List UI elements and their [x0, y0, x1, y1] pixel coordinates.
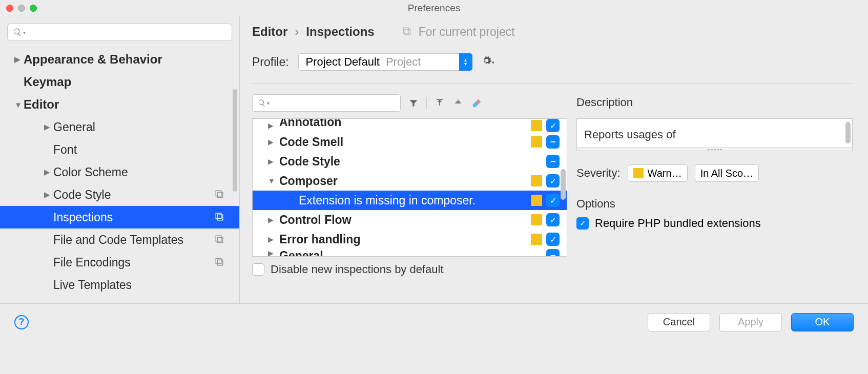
inspection-label: Code Smell [279, 135, 531, 149]
severity-scope-value: In All Sco… [700, 168, 753, 179]
profile-value: Project Default [306, 55, 380, 69]
sidebar-item-keymap[interactable]: Keymap [0, 71, 239, 93]
cancel-button[interactable]: Cancel [648, 313, 710, 331]
window-title: Preferences [408, 3, 460, 14]
sidebar-item-general[interactable]: ▶General [0, 116, 239, 138]
svg-rect-1 [217, 192, 223, 198]
profile-label: Profile: [252, 55, 289, 69]
sidebar-item-label: File Encodings [53, 256, 131, 269]
filter-icon[interactable] [408, 97, 419, 109]
inspection-item[interactable]: Extension is missing in composer.✓ [253, 191, 567, 210]
sidebar-item-font[interactable]: Font [0, 138, 239, 161]
severity-value: Warn… [648, 168, 682, 179]
sidebar-item-label: General [53, 120, 95, 134]
ok-button[interactable]: OK [791, 313, 854, 331]
inspection-item[interactable]: ▶Error handling✓ [253, 230, 567, 249]
sidebar-scrollbar[interactable] [233, 89, 237, 192]
profile-select[interactable]: Project Default Project [298, 53, 472, 71]
sidebar-item-editor[interactable]: ▼Editor [0, 93, 239, 116]
gear-icon[interactable]: ▾ [482, 55, 498, 69]
inspection-list: ▶Annotation✓▶Code Smell−▶Code Style−▼Com… [252, 118, 567, 257]
search-dropdown-icon: ▾ [267, 100, 270, 106]
sidebar-item-label: Live Templates [53, 278, 132, 292]
sidebar-item-file-encodings[interactable]: File Encodings [0, 251, 239, 274]
minimize-window-button[interactable] [18, 5, 25, 12]
collapse-all-icon[interactable] [452, 97, 464, 109]
inspection-checkbox[interactable]: − [546, 155, 560, 168]
require-php-checkbox[interactable]: ✓ [576, 217, 589, 230]
inspection-label: Annotation [279, 118, 531, 129]
profile-dropdown-button[interactable] [459, 53, 472, 71]
expand-all-icon[interactable] [434, 97, 445, 109]
sidebar-item-label: Code Style [53, 188, 111, 202]
inspection-item[interactable]: ▼Composer✓ [253, 171, 567, 191]
search-dropdown-icon: ▾ [23, 30, 26, 35]
sidebar-item-label: Font [53, 143, 77, 157]
eraser-icon[interactable] [471, 97, 482, 109]
profile-tag: Project [386, 55, 421, 69]
sidebar-item-file-and-code-templates[interactable]: File and Code Templates [0, 228, 239, 251]
help-button[interactable]: ? [14, 315, 29, 329]
sidebar-item-label: Keymap [24, 75, 71, 89]
sidebar-item-live-templates[interactable]: Live Templates [0, 274, 239, 296]
inspection-item[interactable]: ▶General− [253, 249, 567, 257]
project-scope-icon [215, 211, 224, 224]
chevron-right-icon: ▶ [44, 168, 53, 177]
project-scope-icon [215, 256, 224, 269]
apply-button[interactable]: Apply [719, 313, 782, 331]
inspection-search-input[interactable]: ▾ [252, 94, 401, 112]
svg-rect-7 [217, 260, 223, 265]
inspection-checkbox[interactable]: − [546, 135, 560, 149]
sidebar-search-input[interactable]: ▾ [7, 24, 232, 41]
chevron-down-icon: ▼ [268, 177, 279, 185]
sidebar-item-inspections[interactable]: Inspections [0, 206, 239, 228]
inspection-label: Control Flow [279, 213, 531, 227]
severity-label: Severity: [576, 167, 621, 180]
description-box: Reports usages of [576, 118, 853, 147]
sidebar-item-label: Appearance & Behavior [24, 52, 162, 67]
description-scrollbar[interactable] [845, 122, 851, 143]
severity-select[interactable]: Warn… [628, 164, 688, 182]
sidebar-item-color-scheme[interactable]: ▶Color Scheme [0, 161, 239, 183]
description-resize-handle[interactable] [576, 147, 853, 151]
inspection-checkbox[interactable]: − [546, 249, 560, 257]
chevron-right-icon: ▶ [268, 157, 279, 165]
sidebar-item-code-style[interactable]: ▶Code Style [0, 183, 239, 206]
inspection-checkbox[interactable]: ✓ [546, 194, 560, 207]
inspection-item[interactable]: ▶Annotation✓ [253, 119, 567, 132]
inspection-scrollbar[interactable] [561, 169, 566, 200]
severity-indicator-icon [531, 234, 542, 245]
disable-new-checkbox[interactable] [252, 263, 264, 276]
sidebar-item-appearance-behavior[interactable]: ▶Appearance & Behavior [0, 48, 239, 71]
inspection-checkbox[interactable]: ✓ [546, 213, 560, 226]
close-window-button[interactable] [6, 5, 13, 12]
sidebar-item-label: Color Scheme [53, 165, 128, 179]
chevron-right-icon: ▶ [268, 138, 279, 146]
breadcrumb-editor[interactable]: Editor [252, 25, 287, 39]
project-scope-icon [215, 188, 224, 202]
zoom-window-button[interactable] [30, 5, 37, 12]
severity-scope-select[interactable]: In All Sco… [695, 164, 759, 182]
inspection-label: Extension is missing in composer. [279, 194, 531, 207]
chevron-right-icon: ▶ [268, 121, 279, 130]
inspection-item[interactable]: ▶Control Flow✓ [253, 210, 567, 230]
chevron-right-icon: ▶ [268, 216, 279, 224]
inspection-item[interactable]: ▶Code Smell− [253, 132, 567, 152]
inspection-label: Composer [279, 174, 531, 188]
inspection-checkbox[interactable]: ✓ [546, 119, 560, 132]
search-icon [258, 99, 266, 107]
severity-indicator-icon [531, 214, 542, 225]
require-php-label: Require PHP bundled extensions [595, 217, 761, 230]
svg-rect-8 [403, 28, 409, 33]
disable-new-label: Disable new inspections by default [271, 263, 444, 276]
search-icon [13, 28, 22, 37]
project-scope-icon [402, 25, 411, 39]
breadcrumb-separator: › [295, 25, 299, 39]
inspection-checkbox[interactable]: ✓ [546, 233, 560, 246]
svg-rect-5 [217, 237, 223, 243]
svg-rect-3 [217, 215, 223, 220]
options-heading: Options [576, 197, 853, 211]
breadcrumb-inspections: Inspections [306, 25, 374, 39]
inspection-checkbox[interactable]: ✓ [546, 174, 560, 188]
inspection-item[interactable]: ▶Code Style− [253, 152, 567, 171]
